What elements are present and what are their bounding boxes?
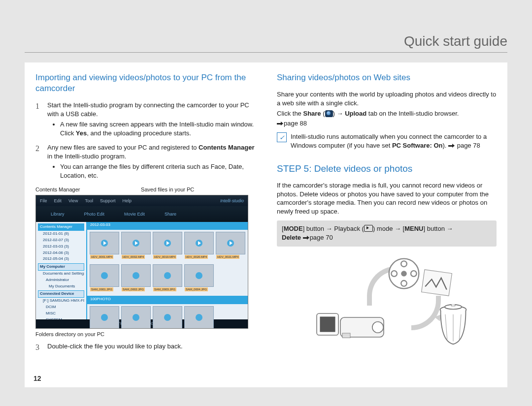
menubar: File Edit View Tool Support Help Intelli… bbox=[36, 195, 248, 206]
delete-diagram bbox=[298, 256, 475, 350]
page-number: 12 bbox=[33, 375, 41, 382]
step-1: 1 Start the Intelli-studio program by co… bbox=[35, 101, 255, 138]
sharing-heading: Sharing videos/photos on Web sites bbox=[277, 72, 497, 83]
intelli-studio-screenshot: File Edit View Tool Support Help Intelli… bbox=[35, 195, 248, 329]
content-area: 12 Importing and viewing videos/photos t… bbox=[25, 62, 507, 387]
ref-arrow-icon bbox=[448, 143, 455, 149]
photo-thumb: SAM_0004.JPG bbox=[184, 264, 214, 287]
film-reel-icon bbox=[387, 256, 421, 291]
step5-heading: STEP 5: Delete videos or photos bbox=[277, 162, 497, 175]
step-3: 3 Double-click the file you would like t… bbox=[35, 342, 255, 353]
screenshot-captions: Contents Manager Saved files in your PC bbox=[35, 186, 255, 193]
left-column: Importing and viewing videos/photos to y… bbox=[25, 62, 266, 387]
share-instruction: Click the Share () → Upload tab on the I… bbox=[277, 109, 497, 118]
steps-list: 1 Start the Intelli-studio program by co… bbox=[35, 101, 255, 181]
sharing-desc: Share your contents with the world by up… bbox=[277, 90, 497, 107]
video-thumb: HDV_0001.MP4 bbox=[90, 232, 119, 254]
photo-thumb: SAM_0204.JPG bbox=[184, 306, 214, 329]
info-note: ✓ Intelli-studio runs automatically when… bbox=[277, 132, 497, 150]
svg-rect-10 bbox=[342, 333, 350, 338]
photo-icon bbox=[421, 269, 452, 296]
photo-thumb: SAM_0003.JPG bbox=[153, 264, 182, 287]
mode-instruction: [MODE] button → Playback () mode → [MENU… bbox=[277, 220, 497, 246]
tab-bar: Library Photo Edit Movie Edit Share bbox=[36, 206, 248, 222]
info-icon: ✓ bbox=[277, 132, 287, 142]
svg-rect-8 bbox=[320, 316, 335, 332]
photo-thumb: SAM_0001.JPG bbox=[90, 264, 119, 287]
shot-gallery: 2012-03-03 HDV_0001.MP4 HDV_0002.MP4 HDV… bbox=[87, 222, 248, 319]
ref-arrow-icon bbox=[277, 121, 284, 126]
manual-page: Quick start guide 12 Importing and viewi… bbox=[0, 0, 532, 406]
step-2: 2 Any new files are saved to your PC and… bbox=[35, 143, 255, 181]
step5-desc: If the camcorder's storage media is full… bbox=[277, 181, 497, 216]
shot-sidebar: Contents Manager 2012-01-01 (8) 2012-02-… bbox=[36, 222, 87, 319]
svg-rect-16 bbox=[451, 304, 455, 306]
share-icon bbox=[325, 110, 333, 117]
left-heading: Importing and viewing videos/photos to y… bbox=[35, 72, 255, 94]
svg-point-1 bbox=[401, 271, 407, 277]
photo-thumb: SAM_0203.JPG bbox=[153, 306, 182, 329]
video-thumb: HDV_0020.MP4 bbox=[184, 232, 214, 254]
video-thumb: HDV_0019.MP4 bbox=[153, 232, 182, 254]
page-header: Quick start guide bbox=[25, 20, 507, 53]
photo-thumb: SAM_0202.JPG bbox=[121, 306, 151, 329]
svg-point-9 bbox=[372, 321, 383, 332]
trash-icon bbox=[436, 304, 470, 346]
page-ref-88: page 88 bbox=[277, 119, 497, 128]
page-title: Quick start guide bbox=[404, 33, 507, 49]
photo-thumb: SAM_0201.JPG bbox=[90, 306, 119, 329]
right-column: Sharing videos/photos on Web sites Share… bbox=[266, 62, 507, 387]
ref-arrow-icon bbox=[303, 235, 310, 241]
folders-caption: Folders directory on your PC bbox=[35, 331, 255, 338]
video-thumb: HDV_0021.MP4 bbox=[216, 232, 245, 254]
playback-icon bbox=[364, 225, 373, 232]
camcorder-icon bbox=[313, 306, 392, 345]
photo-thumb: SAM_0002.JPG bbox=[121, 264, 151, 287]
video-thumb: HDV_0002.MP4 bbox=[121, 232, 151, 254]
